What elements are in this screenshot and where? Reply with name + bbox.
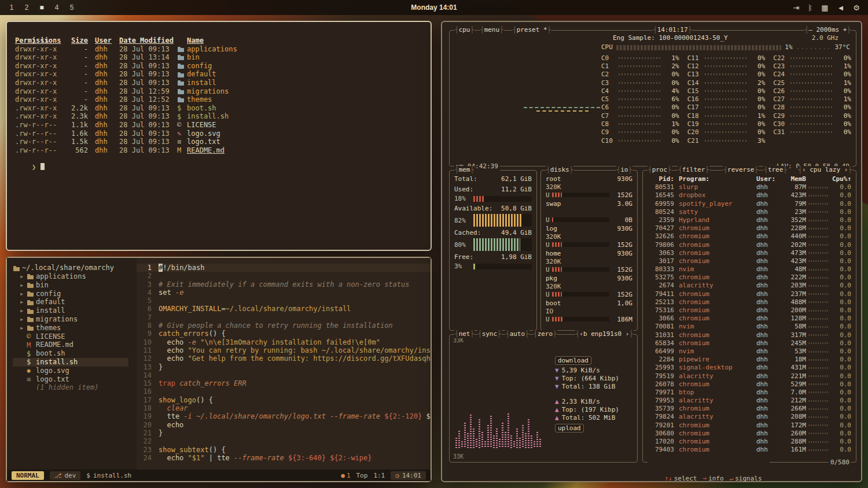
process-row[interactable]: 79971 btop dhh 7.0M 0.0 xyxy=(648,389,851,397)
download-total: Total: 138 GiB xyxy=(562,383,616,391)
tree-item[interactable]: © LICENSE xyxy=(13,332,137,341)
core-percent: 2% xyxy=(664,62,679,70)
tree-item[interactable]: ▸ themes xyxy=(13,324,137,332)
process-name: chromium xyxy=(679,224,756,232)
reverse-sort-button[interactable]: reverse xyxy=(723,166,759,174)
process-cpu: 0.0 xyxy=(832,183,851,191)
cpu-column-header[interactable]: Cpu%↑ xyxy=(832,175,851,183)
preset-button[interactable]: preset * xyxy=(512,26,551,34)
column-header: Date Modified xyxy=(119,36,175,45)
process-row[interactable]: 70081 nvim dhh 58M 0.0 xyxy=(648,323,851,331)
process-row[interactable]: 3063 chromium dhh 473M 0.0 xyxy=(648,249,851,257)
tree-item[interactable]: M README.md xyxy=(13,341,137,349)
process-row[interactable]: 53275 chromium dhh 222M 0.0 xyxy=(648,273,851,282)
filter-button[interactable]: filter xyxy=(678,166,709,174)
user-column-header[interactable]: User: xyxy=(756,175,781,183)
process-row[interactable]: 3066 chromium dhh 128M 0.0 xyxy=(648,315,851,323)
process-row[interactable]: 25213 chromium dhh 488M 0.0 xyxy=(648,298,851,306)
refresh-interval-control[interactable]: — 2000ms + xyxy=(804,26,851,34)
process-row[interactable]: 3017 chromium dhh 423M 0.0 xyxy=(648,257,851,265)
mode-indicator: NORMAL xyxy=(12,471,44,480)
process-row[interactable]: 16545 dropbox dhh 423M 0.0 xyxy=(648,191,851,199)
settings-icon[interactable]: ⚙ xyxy=(853,3,860,12)
net-zero-tab[interactable]: zero xyxy=(533,330,557,338)
bluetooth-icon[interactable]: ᛒ xyxy=(808,3,812,12)
process-user: dhh xyxy=(756,273,781,282)
workspace-button[interactable]: 2 xyxy=(21,3,32,12)
code-editor[interactable]: 1#!/bin/bash23# Exit immediately if a co… xyxy=(137,258,431,469)
process-row[interactable]: 2359 Hyprland dhh 352M 0.0 xyxy=(648,216,851,224)
net-sync-tab[interactable]: sync xyxy=(477,330,502,338)
tree-item[interactable]: $ install.sh xyxy=(13,358,128,367)
process-row[interactable]: 2674 alacritty dhh 203M 0.0 xyxy=(648,282,851,290)
proc-footer-action[interactable]: ↑↓select xyxy=(665,475,697,482)
process-row[interactable]: 69959 spotify_player dhh 79M 0.0 xyxy=(648,200,851,208)
process-row[interactable]: 80524 satty dhh 23M 0.0 xyxy=(648,208,851,216)
tree-item[interactable]: ▸ config xyxy=(13,290,137,298)
process-row[interactable]: 80531 slurp dhh 87M 0.0 xyxy=(648,183,851,191)
process-row[interactable]: 79824 alacritty dhh 208M 0.0 xyxy=(648,413,851,421)
disk-used-value: 0B xyxy=(612,216,632,224)
tree-item[interactable]: (1 hidden item) xyxy=(13,383,137,392)
file-name: install xyxy=(187,79,216,87)
process-row[interactable]: 32626 chromium dhh 440M 0.0 xyxy=(648,232,851,241)
tree-view-button[interactable]: tree xyxy=(763,166,788,174)
tree-item[interactable]: ▸ install xyxy=(13,306,137,315)
logout-icon[interactable]: ⇥ xyxy=(793,3,799,12)
process-row[interactable]: 30680 chromium dhh 260M 0.0 xyxy=(648,430,851,438)
tree-item[interactable]: ✱ logo.svg xyxy=(13,367,137,375)
process-row[interactable]: 80333 nvim dhh 48M 0.0 xyxy=(648,265,851,273)
process-row[interactable]: 35739 chromium dhh 266M 0.0 xyxy=(648,405,851,413)
process-row[interactable]: 66499 nvim dhh 53M 0.0 xyxy=(648,347,851,356)
process-row[interactable]: 79403 chromium dhh 161M 0.0 xyxy=(648,446,851,454)
monitor-icon[interactable]: ▦ xyxy=(821,3,828,12)
proc-footer-action[interactable]: →info xyxy=(703,475,724,482)
statusline: NORMAL ⎇ dev $ install.sh ● 1 Top 1:1 ◷ … xyxy=(7,469,431,481)
tree-item[interactable]: ▸ bin xyxy=(13,281,137,290)
tree-item[interactable]: ▸ default xyxy=(13,298,137,306)
volume-icon[interactable]: ◄ xyxy=(837,3,844,12)
process-row[interactable]: 79201 chromium dhh 172M 0.0 xyxy=(648,422,851,430)
workspace-button[interactable]: ■ xyxy=(36,3,47,12)
process-row[interactable]: 17020 chromium dhh 288M 0.0 xyxy=(648,438,851,446)
sort-column-selector[interactable]: ‹ cpu lazy › xyxy=(797,166,852,174)
process-row[interactable]: 70427 chromium dhh 228M 0.0 xyxy=(648,224,851,232)
tree-item[interactable]: $ boot.sh xyxy=(13,349,137,358)
workspace-button[interactable]: 5 xyxy=(66,3,78,12)
process-row[interactable]: 79519 alacritty dhh 221M 0.0 xyxy=(648,372,851,380)
tree-item[interactable]: ▸ applications xyxy=(13,272,137,281)
network-panel: net sync auto zero ‹b enp191s0 › 33K 33K… xyxy=(449,334,638,463)
workspace-button[interactable]: 4 xyxy=(51,3,62,12)
process-mem-graph xyxy=(808,430,829,438)
net-auto-tab[interactable]: auto xyxy=(505,330,529,338)
process-user: dhh xyxy=(756,257,781,265)
process-row[interactable]: 79806 chromium dhh 202M 0.0 xyxy=(648,241,851,249)
proc-footer-action[interactable]: ↵signals xyxy=(730,475,762,482)
core-percent: 0% xyxy=(664,137,679,145)
core-percent: 1% xyxy=(836,79,851,87)
core-meter xyxy=(790,106,834,108)
io-tab[interactable]: io xyxy=(616,166,633,174)
process-row[interactable]: 31031 chromium dhh 317M 0.0 xyxy=(648,331,851,339)
tree-item[interactable]: ≡ logo.txt xyxy=(13,375,137,384)
process-row[interactable]: 79953 alacritty dhh 212M 0.0 xyxy=(648,397,851,405)
process-mem-graph xyxy=(808,290,829,298)
menu-button[interactable]: menu xyxy=(480,26,504,34)
tree-item[interactable]: ▸ migrations xyxy=(13,315,137,324)
process-memory: 79M xyxy=(781,200,806,208)
process-row[interactable]: 65834 chromium dhh 245M 0.0 xyxy=(648,339,851,347)
interface-selector[interactable]: ‹b enp191s0 › xyxy=(575,330,634,338)
process-row[interactable]: 25993 signal-desktop dhh 431M 0.0 xyxy=(648,364,851,372)
core-id: C0 xyxy=(601,54,616,62)
process-row[interactable]: 26078 chromium dhh 529M 0.0 xyxy=(648,380,851,389)
memory-column-header[interactable]: MemB xyxy=(781,175,806,183)
workspace-button[interactable]: 1 xyxy=(6,3,17,12)
process-row[interactable]: 79411 chromium dhh 237M 0.0 xyxy=(648,290,851,298)
process-name: dropbox xyxy=(679,191,756,199)
process-row[interactable]: 75316 chromium dhh 200M 0.0 xyxy=(648,306,851,315)
pid-column-header[interactable]: Pid: xyxy=(648,175,674,183)
process-row[interactable]: 2284 pipewire dhh 18M 0.0 xyxy=(648,356,851,364)
program-column-header[interactable]: Program: xyxy=(679,175,756,183)
tree-root[interactable]: ~/.local/share/omarchy xyxy=(13,264,137,272)
chevron-icon: ▸ xyxy=(20,290,27,298)
